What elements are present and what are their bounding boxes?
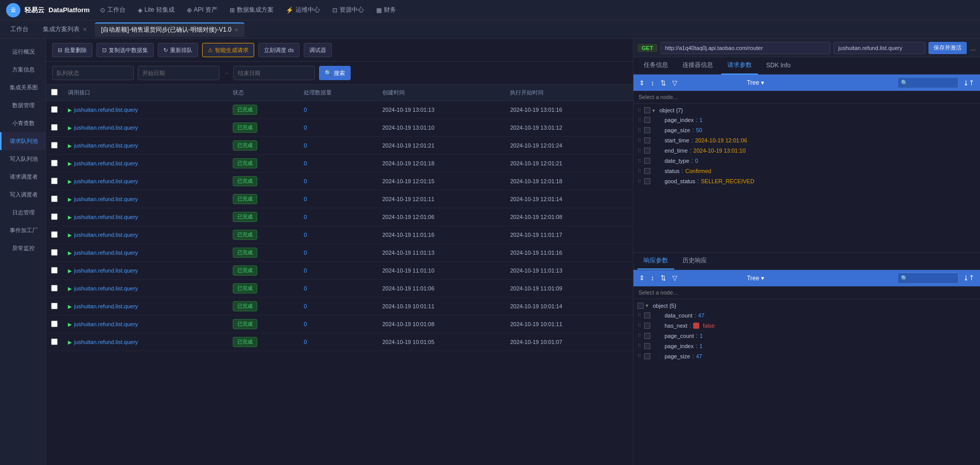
resp-tree-mode-label[interactable]: Tree ▾ bbox=[747, 275, 764, 282]
tab-workbench[interactable]: 工作台 bbox=[4, 22, 35, 37]
node-checkbox-resp-0[interactable] bbox=[644, 312, 650, 319]
row-checkbox-12[interactable] bbox=[51, 321, 58, 327]
row-checkbox-0[interactable] bbox=[51, 106, 58, 113]
sidebar-item-event-factory[interactable]: 事件加工厂 bbox=[0, 222, 45, 239]
select-all-checkbox[interactable] bbox=[51, 89, 58, 95]
tab-close-solution-list[interactable]: ✕ bbox=[83, 27, 87, 32]
api-link-10[interactable]: ▶ jushuitan.refund.list.query bbox=[68, 285, 223, 291]
node-checkbox-resp-2[interactable] bbox=[644, 333, 650, 339]
root-checkbox[interactable] bbox=[644, 107, 650, 113]
sidebar-item-log[interactable]: 日志管理 bbox=[0, 204, 45, 222]
tab-task-info[interactable]: 任务信息 bbox=[638, 57, 674, 75]
import-icon[interactable]: ⤓⤒ bbox=[962, 79, 976, 87]
tab-history-response[interactable]: 历史响应 bbox=[676, 252, 713, 270]
url-input[interactable] bbox=[660, 42, 831, 54]
row-checkbox-6[interactable] bbox=[51, 213, 58, 220]
api-link-6[interactable]: ▶ jushuitan.refund.list.query bbox=[68, 214, 223, 220]
tab-response-params[interactable]: 响应参数 bbox=[638, 252, 674, 270]
api-link-8[interactable]: ▶ jushuitan.refund.list.query bbox=[68, 250, 223, 256]
node-checkbox-req-5[interactable] bbox=[644, 168, 650, 174]
tree-node-resp-2[interactable]: ⠿ page_count : 1 bbox=[633, 331, 980, 341]
api-link-4[interactable]: ▶ jushuitan.refund.list.query bbox=[68, 178, 223, 184]
search-button[interactable]: 🔍 搜索 bbox=[319, 66, 351, 80]
root-expand[interactable]: ▾ bbox=[652, 108, 657, 113]
resp-node-select-placeholder[interactable]: Select a node... bbox=[633, 286, 980, 299]
resp-root-checkbox[interactable] bbox=[638, 303, 644, 309]
tree-node-req-0[interactable]: ⠿ page_index : 1 bbox=[633, 115, 980, 125]
tree-node-req-6[interactable]: ⠿ good_status : SELLER_RECEIVED bbox=[633, 176, 980, 186]
sidebar-item-request-scheduler[interactable]: 请求调度者 bbox=[0, 168, 45, 186]
node-checkbox-req-0[interactable] bbox=[644, 117, 650, 123]
row-checkbox-7[interactable] bbox=[51, 231, 58, 238]
resp-filter-icon[interactable]: ▽ bbox=[671, 274, 679, 282]
nav-datasolution[interactable]: ⊞ 数据集成方案 bbox=[228, 6, 276, 14]
nav-api[interactable]: ⊕ API 资产 bbox=[185, 6, 220, 14]
sidebar-item-write-scheduler[interactable]: 写入调度者 bbox=[0, 186, 45, 204]
node-select-placeholder[interactable]: Select a node... bbox=[633, 91, 980, 104]
resp-root-expand[interactable]: ▾ bbox=[646, 303, 651, 308]
tab-solution-list[interactable]: 集成方案列表 ✕ bbox=[37, 22, 93, 37]
batch-delete-button[interactable]: ⊟ 批量删除 bbox=[52, 43, 92, 57]
resp-expand-icon[interactable]: ↕ bbox=[649, 274, 656, 282]
tree-node-req-2[interactable]: ⠿ start_time : 2024-10-19 12:01:06 bbox=[633, 135, 980, 145]
queue-status-filter[interactable] bbox=[52, 66, 134, 80]
api-link-9[interactable]: ▶ jushuitan.refund.list.query bbox=[68, 267, 223, 274]
resp-tree-root-row[interactable]: ▾ object {5} bbox=[633, 301, 980, 310]
node-checkbox-resp-4[interactable] bbox=[644, 353, 650, 359]
tree-node-resp-0[interactable]: ⠿ data_count : 47 bbox=[633, 310, 980, 321]
tree-node-req-5[interactable]: ⠿ status : Confirmed bbox=[633, 166, 980, 176]
row-checkbox-2[interactable] bbox=[51, 142, 58, 149]
nav-resources[interactable]: ⊡ 资源中心 bbox=[330, 6, 366, 14]
sidebar-item-xiaoqing[interactable]: 小青查数 bbox=[0, 114, 45, 132]
resp-collapse-icon[interactable]: ⇕ bbox=[638, 274, 646, 282]
resp-sort-icon[interactable]: ⇅ bbox=[659, 274, 668, 282]
row-checkbox-5[interactable] bbox=[51, 195, 58, 202]
nav-lite[interactable]: ◈ Lite 轻集成 bbox=[136, 6, 177, 14]
node-checkbox-req-4[interactable] bbox=[644, 158, 650, 164]
sidebar-item-data-manage[interactable]: 数据管理 bbox=[0, 96, 45, 114]
row-checkbox-1[interactable] bbox=[51, 124, 58, 131]
resp-import-icon[interactable]: ⤓⤒ bbox=[962, 274, 976, 282]
logo[interactable]: 云 轻易云 DataPlatform bbox=[6, 3, 90, 17]
expand-all-icon[interactable]: ↕ bbox=[649, 79, 656, 87]
row-checkbox-8[interactable] bbox=[51, 249, 58, 256]
sidebar-item-exception-monitor[interactable]: 异常监控 bbox=[0, 239, 45, 257]
row-checkbox-9[interactable] bbox=[51, 267, 58, 274]
resp-tree-search-input[interactable] bbox=[897, 273, 959, 284]
debug-button[interactable]: 调试器 bbox=[304, 43, 332, 57]
more-options-button[interactable]: ... bbox=[970, 44, 976, 52]
api-link-1[interactable]: ▶ jushuitan.refund.list.query bbox=[68, 125, 223, 131]
reorder-button[interactable]: ↻ 重新排队 bbox=[158, 43, 198, 57]
copy-selected-button[interactable]: ⊡ 复制选中数据集 bbox=[96, 43, 154, 57]
sidebar-item-integration-map[interactable]: 集成关系图 bbox=[0, 79, 45, 96]
tab-sdk-info[interactable]: SDK Info bbox=[760, 57, 797, 75]
api-link-2[interactable]: ▶ jushuitan.refund.list.query bbox=[68, 142, 223, 149]
api-link-0[interactable]: ▶ jushuitan.refund.list.query bbox=[68, 107, 223, 113]
sidebar-item-request-queue[interactable]: 请求队列池 bbox=[0, 132, 45, 150]
node-checkbox-resp-3[interactable] bbox=[644, 343, 650, 349]
tree-node-resp-1[interactable]: ⠿ has_next : false bbox=[633, 321, 980, 331]
tab-request-params[interactable]: 请求参数 bbox=[721, 57, 758, 75]
api-link-3[interactable]: ▶ jushuitan.refund.list.query bbox=[68, 160, 223, 166]
tree-mode-label[interactable]: Tree ▾ bbox=[747, 79, 764, 86]
tab-close-main[interactable]: ✕ bbox=[234, 27, 238, 33]
node-checkbox-req-1[interactable] bbox=[644, 127, 650, 133]
sort-icon[interactable]: ⇅ bbox=[659, 79, 668, 87]
node-checkbox-req-6[interactable] bbox=[644, 178, 650, 184]
save-activate-button[interactable]: 保存并激活 bbox=[928, 42, 967, 54]
auto-generate-button[interactable]: ⚠ 智能生成请求 bbox=[202, 43, 254, 57]
tree-root-row[interactable]: ⠿ ▾ object {7} bbox=[633, 106, 980, 115]
tree-node-req-3[interactable]: ⠿ end_time : 2024-10-19 13:01:10 bbox=[633, 145, 980, 156]
node-checkbox-resp-1[interactable] bbox=[644, 323, 650, 329]
api-link-7[interactable]: ▶ jushuitan.refund.list.query bbox=[68, 232, 223, 238]
tab-connector-info[interactable]: 连接器信息 bbox=[676, 57, 719, 75]
node-checkbox-req-3[interactable] bbox=[644, 148, 650, 154]
node-checkbox-req-2[interactable] bbox=[644, 137, 650, 143]
nav-ops[interactable]: ⚡ 运维中心 bbox=[284, 6, 322, 14]
tree-search-input[interactable] bbox=[897, 77, 959, 88]
api-link-13[interactable]: ▶ jushuitan.refund.list.query bbox=[68, 339, 223, 345]
api-link-11[interactable]: ▶ jushuitan.refund.list.query bbox=[68, 303, 223, 309]
tree-node-req-1[interactable]: ⠿ page_size : 50 bbox=[633, 125, 980, 135]
api-link-5[interactable]: ▶ jushuitan.refund.list.query bbox=[68, 196, 223, 202]
sidebar-item-solution-info[interactable]: 方案信息 bbox=[0, 61, 45, 79]
